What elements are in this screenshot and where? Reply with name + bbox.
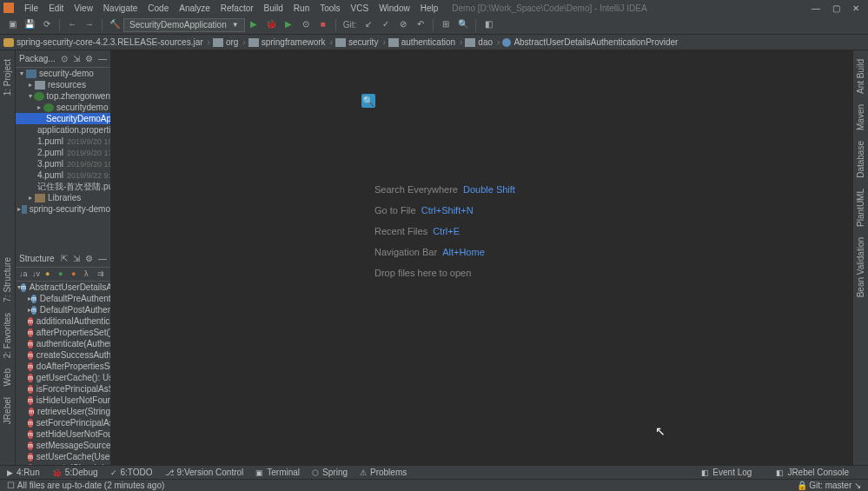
coverage-icon[interactable]: ▶	[282, 19, 295, 31]
tool-project[interactable]: 1: Project	[3, 59, 12, 96]
tree-row[interactable]: 2.puml2019/9/20 17:34	[16, 147, 110, 158]
lambda-icon[interactable]: λ	[84, 269, 94, 280]
menu-window[interactable]: Window	[374, 3, 415, 13]
tool-web[interactable]: Web	[3, 368, 12, 386]
structure-row[interactable]: mgetUserCache(): User	[16, 372, 110, 383]
tool-bean-validation[interactable]: Bean Validation	[856, 237, 865, 297]
run-configuration-selector[interactable]: SecurityDemoApplication ▼	[123, 18, 245, 32]
tool-todo[interactable]: ✓6: TODO	[110, 468, 153, 477]
tool-spring[interactable]: ⬡Spring	[312, 468, 348, 477]
tree-row[interactable]: 3.puml2019/9/20 19:02	[16, 158, 110, 169]
tree-row[interactable]: ▸Libraries	[16, 192, 110, 203]
editor-area[interactable]: 🔍 Search EverywhereDouble Shift Go to Fi…	[111, 50, 852, 481]
menu-build[interactable]: Build	[259, 3, 288, 13]
tool-jrebel[interactable]: JRebel	[3, 397, 12, 424]
menu-code[interactable]: Code	[142, 3, 174, 13]
tool-favorites[interactable]: 2: Favorites	[3, 313, 12, 358]
search-project-icon[interactable]: ⊞	[440, 19, 452, 31]
structure-row[interactable]: ▾mAbstractUserDetailsAut	[16, 282, 110, 293]
tool-run[interactable]: ▶4: Run	[7, 468, 40, 477]
menu-view[interactable]: View	[69, 3, 98, 13]
jrebel-icon[interactable]: ◧	[482, 19, 494, 31]
hide-icon[interactable]: —	[98, 254, 107, 263]
menu-vcs[interactable]: VCS	[346, 3, 374, 13]
fields-icon[interactable]: ●	[45, 269, 55, 280]
tool-eventlog[interactable]: ◧Event Log	[701, 468, 752, 477]
collapse-icon[interactable]: ⇲	[73, 54, 80, 63]
goto-icon[interactable]: ↘	[854, 481, 861, 490]
stop-icon[interactable]: ■	[317, 19, 329, 31]
menu-file[interactable]: File	[19, 3, 43, 13]
breadcrumb-item[interactable]: authentication	[388, 37, 455, 47]
structure-row[interactable]: mdoAfterPropertiesSet	[16, 361, 110, 372]
open-icon[interactable]: ▣	[6, 19, 18, 31]
target-icon[interactable]: ⊙	[61, 54, 68, 63]
tree-row[interactable]: 4.puml2019/9/22 9:57	[16, 169, 110, 181]
tool-problems[interactable]: ⚠Problems	[360, 468, 407, 477]
tree-row[interactable]: ▾top.zhengonwen	[16, 90, 110, 102]
save-icon[interactable]: 💾	[23, 19, 36, 31]
refresh-icon[interactable]: ⟳	[41, 19, 53, 31]
menu-refactor[interactable]: Refactor	[215, 3, 259, 13]
breadcrumb-item[interactable]: dao	[465, 37, 493, 47]
tree-row[interactable]: SecurityDemoApplication	[16, 113, 110, 124]
tree-row[interactable]: ▸resources	[16, 79, 110, 90]
structure-row[interactable]: mauthenticate(Authenti	[16, 338, 110, 349]
debug-icon[interactable]: 🐞	[265, 19, 277, 31]
tree-row[interactable]: ▸securitydemo	[16, 102, 110, 113]
structure-row[interactable]: msetMessageSource(M	[16, 440, 110, 451]
close-icon[interactable]: ✕	[852, 3, 859, 13]
tree-row[interactable]: 1.puml2019/9/20 19:50	[16, 136, 110, 147]
structure-row[interactable]: ▸mDefaultPostAuthenticat	[16, 304, 110, 315]
maximize-icon[interactable]: ▢	[832, 3, 840, 13]
menu-analyze[interactable]: Analyze	[174, 3, 215, 13]
vcs-commit-icon[interactable]: ✓	[380, 19, 392, 31]
inherited-icon[interactable]: ●	[58, 269, 68, 280]
hide-icon[interactable]: —	[98, 54, 107, 63]
breadcrumb-item[interactable]: AbstractUserDetailsAuthenticationProvide…	[502, 37, 678, 47]
build-icon[interactable]: 🔨	[109, 19, 121, 31]
tree-row[interactable]: application.properties	[16, 124, 110, 136]
lock-icon[interactable]: 🔒	[797, 481, 807, 490]
structure-row[interactable]: misForcePrincipalAsSt	[16, 383, 110, 395]
menu-run[interactable]: Run	[288, 3, 315, 13]
run-icon[interactable]: ▶	[248, 19, 260, 31]
search-icon[interactable]: 🔍	[457, 19, 469, 31]
expand-icon[interactable]: ⇱	[61, 254, 68, 263]
tree-row[interactable]: ▸spring-security-demo	[16, 203, 110, 215]
tool-structure[interactable]: 7: Structure	[3, 257, 12, 302]
git-branch[interactable]: Git: master	[809, 481, 851, 490]
sort-vis-icon[interactable]: ↓v	[32, 269, 42, 280]
gear-icon[interactable]: ⚙	[85, 254, 93, 263]
vcs-revert-icon[interactable]: ↶	[414, 19, 427, 31]
menu-tools[interactable]: Tools	[315, 3, 345, 13]
vcs-history-icon[interactable]: ⊘	[397, 19, 409, 31]
profile-icon[interactable]: ⊙	[300, 19, 312, 31]
structure-row[interactable]: msetHideUserNotFoun	[16, 428, 110, 440]
search-floating-icon[interactable]: 🔍	[361, 94, 375, 108]
vcs-update-icon[interactable]: ↙	[362, 19, 374, 31]
tool-maven[interactable]: Maven	[856, 104, 865, 130]
structure-row[interactable]: msetUserCache(UserC	[16, 451, 110, 462]
status-tip-icon[interactable]: ☐	[7, 481, 15, 490]
structure-row[interactable]: mretrieveUser(String	[16, 406, 110, 417]
tool-plantuml[interactable]: PlantUML	[856, 189, 865, 227]
anon-icon[interactable]: ●	[71, 269, 81, 280]
tool-jrebel-console[interactable]: ◧JRebel Console	[776, 468, 849, 477]
gear-icon[interactable]: ⚙	[85, 54, 93, 63]
structure-row[interactable]: mafterPropertiesSet()	[16, 327, 110, 338]
structure-row[interactable]: madditionalAuthenticati	[16, 315, 110, 327]
tool-ant[interactable]: Ant Build	[856, 59, 865, 94]
menu-edit[interactable]: Edit	[43, 3, 69, 13]
breadcrumb-item[interactable]: org	[213, 37, 238, 47]
sort-alpha-icon[interactable]: ↓a	[19, 269, 29, 280]
menu-navigate[interactable]: Navigate	[98, 3, 142, 13]
breadcrumb-item[interactable]: security	[335, 37, 378, 47]
tool-vcs[interactable]: ⎇9: Version Control	[165, 468, 244, 477]
forward-icon[interactable]: →	[83, 19, 96, 31]
autoscroll-icon[interactable]: ⇉	[97, 269, 107, 280]
tree-row[interactable]: ▾security-demo	[16, 68, 110, 79]
breadcrumb-item[interactable]: spring-security-core-4.2.3.RELEASE-sourc…	[3, 37, 203, 47]
structure-row[interactable]: ▸mDefaultPreAuthenticati	[16, 293, 110, 304]
tree-row[interactable]: 记住我-首次登陆.puml	[16, 181, 110, 192]
